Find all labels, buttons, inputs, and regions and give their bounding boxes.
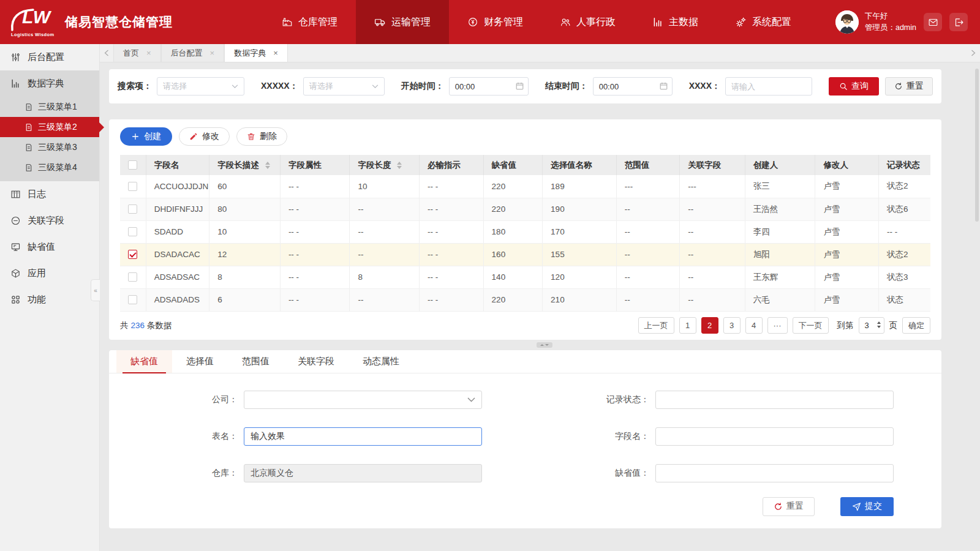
filter-start-time: 开始时间： bbox=[401, 77, 529, 96]
table-name-input[interactable] bbox=[244, 427, 482, 446]
column-header-sortable[interactable]: 字段长度 bbox=[350, 155, 420, 175]
row-checkbox[interactable] bbox=[128, 204, 137, 214]
detail-tab-default-value[interactable]: 缺省值 bbox=[116, 350, 172, 373]
column-header: 范围值 bbox=[616, 155, 680, 175]
detail-tab-range-value[interactable]: 范围值 bbox=[228, 350, 284, 373]
field-name-input[interactable] bbox=[655, 427, 894, 446]
query-button[interactable]: 查询 bbox=[829, 77, 879, 96]
nav-finance[interactable]: 财务管理 bbox=[449, 0, 541, 44]
sort-icon[interactable] bbox=[265, 162, 270, 169]
sidebar-item-backend-config[interactable]: 后台配置 bbox=[0, 44, 99, 70]
table-row[interactable]: ACCUOJJDJN60-- -10-- -220189------张三卢雪状态… bbox=[120, 175, 930, 198]
close-icon[interactable]: × bbox=[273, 48, 278, 58]
xxxx-input[interactable] bbox=[725, 77, 812, 96]
sidebar-item-submenu-2[interactable]: 三级菜单2 bbox=[0, 117, 99, 137]
table-row[interactable]: ADSADADS6-- ----- -220210----六毛卢雪状态 bbox=[120, 288, 930, 311]
nav-transport[interactable]: 运输管理 bbox=[356, 0, 449, 44]
detail-tabs: 缺省值 选择值 范围值 关联字段 动态属性 bbox=[109, 350, 941, 373]
vertical-scrollbar[interactable] bbox=[975, 69, 979, 222]
page-button-4[interactable]: 4 bbox=[745, 317, 763, 334]
page-button-2-active[interactable]: 2 bbox=[701, 317, 718, 334]
row-checkbox[interactable] bbox=[128, 227, 137, 236]
row-checkbox[interactable] bbox=[128, 272, 137, 282]
column-header-sortable[interactable]: 字段长描述 bbox=[209, 155, 281, 175]
nav-system-config[interactable]: 系统配置 bbox=[717, 0, 810, 44]
nav-hr[interactable]: 人事行政 bbox=[541, 0, 634, 44]
page-button-3[interactable]: 3 bbox=[723, 317, 741, 334]
detail-panel: 缺省值 选择值 范围值 关联字段 动态属性 公司： 记录状态： 表名： bbox=[109, 350, 941, 528]
row-checkbox[interactable] bbox=[128, 295, 137, 304]
column-header: 记录状态 bbox=[878, 155, 930, 175]
bar-chart-icon bbox=[652, 17, 663, 28]
stepper-arrows[interactable] bbox=[877, 321, 881, 328]
select-all-checkbox[interactable] bbox=[128, 160, 137, 170]
detail-tab-related-field[interactable]: 关联字段 bbox=[284, 350, 349, 373]
logout-button[interactable] bbox=[949, 13, 968, 31]
table-row-selected[interactable]: DSADACAC12-- ----- -160155----旭阳卢雪状态2 bbox=[120, 243, 930, 266]
company-select[interactable] bbox=[244, 391, 482, 409]
select-placeholder: 请选择 bbox=[309, 81, 333, 92]
search-item-select[interactable]: 请选择 bbox=[157, 77, 244, 96]
sort-icon[interactable] bbox=[397, 162, 402, 169]
sidebar-item-submenu-1[interactable]: 三级菜单1 bbox=[0, 97, 99, 117]
tab-backend-config[interactable]: 后台配置 × bbox=[161, 44, 225, 62]
sidebar-collapse-button[interactable]: « bbox=[91, 279, 100, 301]
page-ellipsis[interactable]: ··· bbox=[767, 317, 788, 334]
tab-data-dictionary[interactable]: 数据字典 × bbox=[224, 44, 288, 62]
next-page-button[interactable]: 下一页 bbox=[793, 317, 829, 334]
default-value-input[interactable] bbox=[655, 464, 894, 482]
filter-reset-button[interactable]: 重置 bbox=[885, 77, 933, 96]
sidebar-item-submenu-3[interactable]: 三级菜单3 bbox=[0, 137, 99, 157]
table-row[interactable]: SDADD10-- ----- -180170----李四卢雪-- - bbox=[120, 220, 930, 243]
sidebar-item-functions[interactable]: 功能 bbox=[0, 287, 99, 313]
close-icon[interactable]: × bbox=[210, 48, 215, 58]
goto-page-stepper[interactable]: 3 bbox=[859, 317, 884, 334]
row-checkbox[interactable] bbox=[128, 182, 137, 191]
table-row[interactable]: DHDIFNFJJJ80-- ----- -220190----王浩然卢雪状态6 bbox=[120, 198, 930, 220]
detail-tab-select-value[interactable]: 选择值 bbox=[172, 350, 228, 373]
avatar[interactable] bbox=[835, 10, 859, 34]
tab-scroll-left-button[interactable] bbox=[100, 44, 113, 62]
sidebar-item-data-dictionary[interactable]: 数据字典 bbox=[0, 70, 99, 97]
sidebar-item-logs[interactable]: 日志 bbox=[0, 181, 99, 208]
sidebar-item-related-fields[interactable]: 关联字段 bbox=[0, 208, 99, 234]
nav-master-data[interactable]: 主数据 bbox=[634, 0, 717, 44]
prev-page-button[interactable]: 上一页 bbox=[638, 317, 674, 334]
panel-resize-handle[interactable] bbox=[537, 342, 552, 348]
create-button[interactable]: 创建 bbox=[120, 127, 172, 146]
delete-button[interactable]: 删除 bbox=[236, 127, 287, 146]
nav-warehouse[interactable]: 仓库管理 bbox=[263, 0, 356, 44]
submit-button[interactable]: 提交 bbox=[840, 497, 894, 516]
refresh-icon bbox=[774, 502, 783, 511]
sidebar-item-applications[interactable]: 应用 bbox=[0, 260, 99, 287]
form-reset-button[interactable]: 重置 bbox=[763, 497, 815, 516]
tab-home[interactable]: 首页 × bbox=[113, 44, 161, 62]
people-icon bbox=[560, 17, 571, 28]
table-row[interactable]: ADSADSAC8-- -8-- -140120----王东辉卢雪状态3 bbox=[120, 266, 930, 288]
tab-scroll-right-button[interactable] bbox=[967, 44, 980, 62]
table-panel: 创建 修改 删除 字段名 bbox=[109, 119, 941, 340]
page-button-1[interactable]: 1 bbox=[679, 317, 696, 334]
row-checkbox-checked[interactable] bbox=[128, 250, 137, 259]
filter-actions: 查询 重置 bbox=[829, 77, 933, 96]
tab-label: 首页 bbox=[123, 48, 139, 59]
column-header: 字段属性 bbox=[280, 155, 350, 175]
table-toolbar: 创建 修改 删除 bbox=[120, 127, 930, 146]
form-row-table-name: 表名： bbox=[165, 427, 482, 446]
total-count: 236 bbox=[131, 321, 145, 330]
filter-xxxx: XXXX： bbox=[689, 77, 812, 96]
goto-suffix-label: 页 bbox=[889, 320, 898, 331]
sidebar-item-default-values[interactable]: 缺省值 bbox=[0, 234, 99, 260]
record-status-input[interactable] bbox=[655, 391, 894, 409]
mail-button[interactable] bbox=[924, 13, 942, 31]
close-icon[interactable]: × bbox=[146, 48, 151, 58]
calendar-icon bbox=[515, 81, 524, 91]
xxxxx-select[interactable]: 请选择 bbox=[303, 77, 385, 96]
column-header: 选择值名称 bbox=[543, 155, 617, 175]
sidebar-item-submenu-4[interactable]: 三级菜单4 bbox=[0, 157, 99, 178]
sidebar-item-label: 三级菜单4 bbox=[38, 162, 77, 173]
goto-confirm-button[interactable]: 确定 bbox=[902, 317, 930, 334]
detail-tab-dynamic-attr[interactable]: 动态属性 bbox=[349, 350, 413, 373]
modify-button[interactable]: 修改 bbox=[179, 127, 230, 146]
tab-label: 后台配置 bbox=[171, 48, 203, 59]
